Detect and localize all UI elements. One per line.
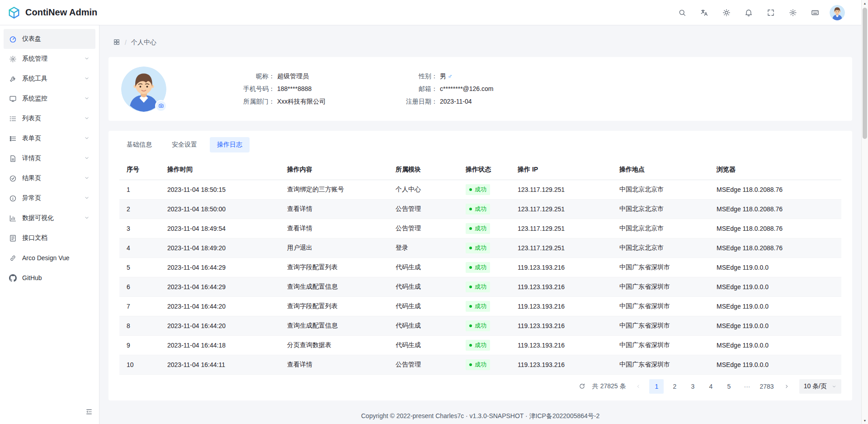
cell-location: 中国广东省深圳市 xyxy=(612,277,709,296)
sidebar-item-form-page[interactable]: 表单页 xyxy=(4,129,95,148)
next-page-button[interactable] xyxy=(779,379,794,394)
cell-status: 成功 xyxy=(458,335,510,355)
edit-avatar-button[interactable] xyxy=(155,100,167,112)
profile-field: 性别：男♂ xyxy=(401,71,494,81)
page-button-5[interactable]: 5 xyxy=(722,379,736,394)
cell-browser: MSEdge 119.0.0.0 xyxy=(709,277,841,296)
profile-fields: 昵称：超级管理员手机号码：188****8888所属部门：Xxx科技有限公司 性… xyxy=(221,71,494,107)
settings-icon xyxy=(789,9,797,17)
male-icon: ♂ xyxy=(448,72,453,80)
table-header-row: 序号操作时间操作内容所属模块操作状态操作 IP操作地点浏览器 xyxy=(119,160,841,180)
cell-ip: 123.117.129.251 xyxy=(510,219,612,238)
cell-index: 9 xyxy=(119,335,160,355)
prev-page-button[interactable] xyxy=(631,379,646,394)
tab-basic-info[interactable]: 基础信息 xyxy=(119,137,159,152)
operation-log-card: 基础信息安全设置操作日志 序号操作时间操作内容所属模块操作状态操作 IP操作地点… xyxy=(108,131,852,400)
sidebar-item-system-monitor[interactable]: 系统监控 xyxy=(4,89,95,109)
notifications-button[interactable] xyxy=(741,5,756,20)
sidebar-item-list-page[interactable]: 列表页 xyxy=(4,109,95,129)
refresh-icon xyxy=(579,383,585,390)
header: ContiNew Admin xyxy=(0,0,861,25)
cell-ip: 123.117.129.251 xyxy=(510,238,612,257)
refresh-button[interactable] xyxy=(576,380,589,393)
field-label: 邮箱： xyxy=(401,84,438,94)
shortcuts-button[interactable] xyxy=(807,5,823,20)
scrollbar-down-arrow-icon[interactable]: ▼ xyxy=(862,417,868,424)
page-button-1[interactable]: 1 xyxy=(649,379,664,394)
cell-browser: MSEdge 119.0.0.0 xyxy=(709,296,841,316)
sidebar-item-result-page[interactable]: 结果页 xyxy=(4,168,95,188)
scrollbar-up-arrow-icon[interactable]: ▲ xyxy=(862,0,868,7)
column-header: 浏览器 xyxy=(709,160,841,180)
cell-status: 成功 xyxy=(458,199,510,219)
status-dot-icon xyxy=(469,188,472,191)
tab-operation-log[interactable]: 操作日志 xyxy=(210,137,250,152)
github-icon xyxy=(9,274,17,282)
status-badge: 成功 xyxy=(466,281,490,292)
sidebar-item-label: 详情页 xyxy=(22,154,78,162)
chevron-down-icon xyxy=(84,214,90,222)
chevron-down-icon xyxy=(84,75,90,81)
list-icon xyxy=(9,115,17,123)
cell-time: 2023-11-04 18:50:00 xyxy=(160,199,280,219)
cell-time: 2023-11-04 18:49:20 xyxy=(160,238,280,257)
field-value: Xxx科技有限公司 xyxy=(277,96,326,107)
profile-fields-left: 昵称：超级管理员手机号码：188****8888所属部门：Xxx科技有限公司 xyxy=(221,71,401,107)
form-icon xyxy=(9,135,17,143)
sidebar-item-system-management[interactable]: 系统管理 xyxy=(4,49,95,69)
cell-location: 中国广东省深圳市 xyxy=(612,257,709,277)
status-badge: 成功 xyxy=(466,184,490,195)
sidebar-item-label: 列表页 xyxy=(22,114,78,123)
user-avatar[interactable] xyxy=(830,5,845,20)
page-size-value: 10 条/页 xyxy=(804,382,827,391)
pagination-ellipsis[interactable]: ··· xyxy=(740,379,754,394)
menu-fold-icon xyxy=(85,408,93,415)
chart-icon xyxy=(9,214,17,222)
theme-icon xyxy=(722,9,731,17)
chevron-down-icon xyxy=(84,135,90,143)
page-button-2783[interactable]: 2783 xyxy=(758,379,775,394)
status-dot-icon xyxy=(469,344,472,347)
table-row: 102023-11-04 16:44:11查看详情公告管理成功119.123.1… xyxy=(119,355,841,374)
sidebar-item-system-tools[interactable]: 系统工具 xyxy=(4,69,95,89)
sidebar-item-api-docs[interactable]: 接口文档 xyxy=(4,228,95,248)
sidebar-item-github[interactable]: GitHub xyxy=(4,268,95,288)
cell-ip: 119.123.193.216 xyxy=(510,355,612,374)
chevron-down-icon xyxy=(84,175,90,181)
settings-button[interactable] xyxy=(785,5,801,20)
cell-module: 个人中心 xyxy=(388,180,458,199)
translate-button[interactable] xyxy=(697,5,712,20)
result-icon xyxy=(9,175,17,182)
apps-grid-icon[interactable] xyxy=(113,38,120,47)
vertical-scrollbar[interactable]: ▲ ▼ xyxy=(861,0,868,424)
sidebar-item-data-visualization[interactable]: 数据可视化 xyxy=(4,208,95,228)
collapse-sidebar-button[interactable] xyxy=(83,406,95,418)
table-row: 32023-11-04 18:49:54查看详情公告管理成功123.117.12… xyxy=(119,219,841,238)
search-button[interactable] xyxy=(675,5,690,20)
cell-status: 成功 xyxy=(458,316,510,335)
scrollbar-thumb[interactable] xyxy=(863,8,867,139)
tab-security-settings[interactable]: 安全设置 xyxy=(165,137,204,152)
profile-field: 昵称：超级管理员 xyxy=(221,71,401,81)
page-button-2[interactable]: 2 xyxy=(667,379,682,394)
sidebar-item-dashboard[interactable]: 仪表盘 xyxy=(4,29,95,49)
cell-index: 7 xyxy=(119,296,160,316)
chevron-down-icon xyxy=(84,195,90,202)
fullscreen-button[interactable] xyxy=(763,5,778,20)
cell-ip: 119.123.193.216 xyxy=(510,335,612,355)
status-dot-icon xyxy=(469,286,472,288)
column-header: 序号 xyxy=(119,160,160,180)
page-button-3[interactable]: 3 xyxy=(685,379,700,394)
sidebar-item-arco-design-vue[interactable]: Arco Design Vue xyxy=(4,248,95,268)
app-logo[interactable]: ContiNew Admin xyxy=(7,6,97,19)
sidebar-item-exception-page[interactable]: 异常页 xyxy=(4,188,95,208)
cell-ip: 119.123.193.216 xyxy=(510,296,612,316)
cell-browser: MSEdge 119.0.0.0 xyxy=(709,257,841,277)
chevron-down-icon xyxy=(84,135,90,141)
cell-browser: MSEdge 119.0.0.0 xyxy=(709,335,841,355)
theme-button[interactable] xyxy=(719,5,734,20)
sidebar-item-detail-page[interactable]: 详情页 xyxy=(4,148,95,168)
page-size-select[interactable]: 10 条/页 xyxy=(799,379,841,394)
field-value: 188****8888 xyxy=(277,84,311,94)
page-button-4[interactable]: 4 xyxy=(703,379,718,394)
